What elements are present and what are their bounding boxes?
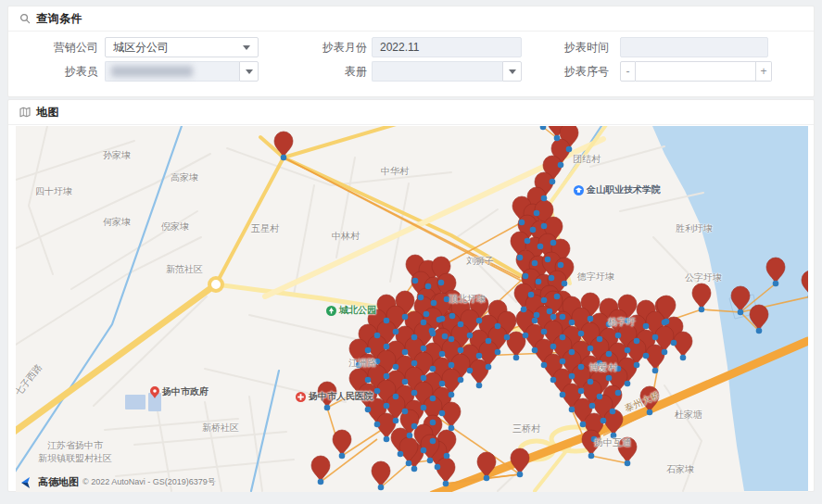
marker-anchor-dot (521, 307, 527, 313)
sequence-input[interactable] (636, 61, 756, 82)
map-canvas[interactable]: 孙家埭四十圩埭高家埭何家埭倪家埭新范社区五星村中华村中林村刘狮子顶北圩埭团结村胜… (16, 126, 808, 492)
poi-label: 城北公园 (339, 304, 376, 317)
marker-anchor-dot (606, 321, 613, 328)
marker-anchor-dot (578, 364, 585, 371)
marker-anchor-dot (421, 405, 427, 411)
map-marker[interactable] (442, 402, 461, 428)
marker-anchor-dot (412, 278, 419, 284)
park-icon (326, 306, 336, 316)
read-time-input[interactable] (620, 37, 768, 57)
map-poi-gov[interactable]: 扬中市政府 (150, 385, 209, 398)
river (251, 371, 279, 491)
read-time-label: 抄表时间 (530, 37, 609, 57)
marker-anchor-dot (606, 375, 613, 382)
book-value (372, 61, 502, 82)
marker-anchor-dot (438, 280, 445, 286)
marker-anchor-dot (588, 316, 594, 322)
marker-anchor-dot (476, 318, 483, 324)
marker-anchor-dot (615, 366, 622, 372)
marker-anchor-dot (625, 318, 631, 324)
chevron-down-icon (509, 69, 516, 74)
map-poi-park[interactable]: 城北公园 (326, 304, 376, 317)
map-marker[interactable] (674, 332, 692, 358)
marker-anchor-dot (652, 368, 659, 374)
marker-anchor-dot (578, 388, 585, 395)
marker-anchor-dot (530, 227, 537, 233)
company-select[interactable]: 城区分公司 (105, 37, 259, 57)
marker-anchor-dot (652, 334, 659, 341)
sequence-label: 抄表序号 (530, 61, 609, 82)
map-marker[interactable] (311, 456, 330, 482)
marker-anchor-dot (374, 333, 381, 339)
book-dropdown-button[interactable] (502, 61, 522, 82)
map-poi-hospital[interactable]: 扬中市人民医院 (296, 390, 373, 403)
map-marker[interactable] (646, 345, 664, 371)
stepper-minus-button[interactable]: - (620, 61, 636, 82)
marker-anchor-dot (680, 355, 687, 361)
minor-road (116, 460, 294, 476)
book-combobox[interactable] (372, 61, 522, 82)
map-poi-school[interactable]: 金山职业技术学院 (574, 183, 661, 196)
river (16, 126, 182, 482)
marker-anchor-dot (439, 351, 446, 358)
minor-road (457, 209, 498, 237)
marker-anchor-dot (589, 403, 596, 410)
map-marker[interactable] (470, 359, 488, 385)
marker-anchor-dot (597, 360, 603, 367)
query-panel-title: 查询条件 (36, 11, 82, 27)
map-marker[interactable] (436, 458, 455, 484)
marker-anchor-dot (664, 319, 670, 325)
marker-anchor-dot (318, 479, 324, 485)
marker-anchor-dot (384, 318, 390, 324)
marker-anchor-dot (443, 481, 449, 487)
marker-anchor-dot (554, 294, 561, 300)
search-icon (19, 13, 31, 24)
marker-anchor-dot (449, 362, 455, 369)
marker-anchor-dot (421, 320, 427, 326)
month-input[interactable]: 2022.11 (372, 37, 522, 57)
marker-anchor-dot (541, 362, 548, 369)
marker-anchor-dot (534, 210, 540, 217)
marker-anchor-dot (421, 375, 427, 382)
marker-anchor-dot (550, 344, 557, 350)
marker-anchor-dot (611, 433, 617, 439)
marker-anchor-dot (578, 331, 585, 337)
minor-road (227, 148, 451, 185)
marker-anchor-dot (588, 453, 595, 460)
marker-anchor-dot (547, 309, 553, 315)
query-form: 营销公司 城区分公司 抄表月份 2022.11 抄表时间 抄表员 表册 抄表序号… (8, 32, 814, 96)
redacted-value (111, 66, 193, 77)
marker-anchor-dot (374, 422, 381, 428)
marker-anchor-dot (458, 321, 464, 328)
marker-anchor-dot (545, 257, 551, 263)
book-label: 表册 (288, 61, 367, 82)
marker-anchor-dot (523, 273, 529, 280)
marker-anchor-dot (378, 485, 385, 491)
marker-anchor-dot (402, 409, 409, 415)
stepper-plus-button[interactable]: + (756, 61, 772, 82)
marker-anchor-dot (393, 329, 399, 335)
marker-anchor-dot (541, 329, 548, 335)
map-icon (19, 107, 31, 118)
marker-anchor-dot (458, 377, 464, 384)
map-marker[interactable] (692, 284, 711, 309)
marker-anchor-dot (528, 292, 535, 298)
water-area (652, 126, 808, 491)
marker-anchor-dot (699, 307, 705, 313)
map-marker[interactable] (372, 461, 390, 487)
minor-road (590, 146, 664, 167)
marker-anchor-dot (484, 475, 490, 482)
marker-anchor-dot (525, 238, 531, 245)
reader-combobox[interactable] (105, 61, 259, 82)
marker-anchor-dot (393, 364, 399, 371)
map-marker[interactable] (618, 437, 637, 463)
marker-anchor-dot (398, 451, 404, 458)
month-value: 2022.11 (380, 41, 420, 54)
marker-anchor-dot (384, 436, 390, 443)
marker-anchor-dot (486, 364, 492, 371)
reader-dropdown-button[interactable] (239, 61, 259, 82)
marker-anchor-dot (504, 334, 511, 341)
marker-anchor-dot (569, 407, 575, 413)
marker-anchor-dot (662, 349, 668, 356)
marker-anchor-dot (562, 281, 568, 287)
